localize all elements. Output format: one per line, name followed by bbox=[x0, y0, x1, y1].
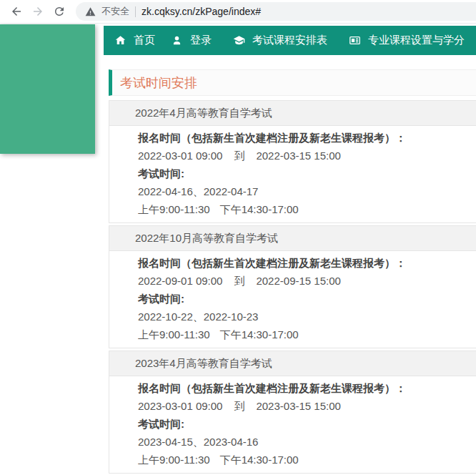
exam-dates: 2023-04-15、2023-04-16 bbox=[138, 433, 476, 451]
section-title: 2023年4月高等教育自学考试 bbox=[135, 357, 272, 371]
browser-toolbar: 不安全 zk.cqksy.cn/zkPage/index# bbox=[0, 0, 476, 24]
security-label: 不安全 bbox=[101, 5, 129, 18]
graduation-cap-icon bbox=[233, 34, 245, 46]
register-to: 2022-03-15 15:00 bbox=[256, 150, 340, 162]
section-body: 报名时间（包括新生首次建档注册及新老生课程报考）： 2022-09-01 09:… bbox=[109, 251, 476, 348]
register-from: 2022-03-01 09:00 bbox=[138, 150, 222, 162]
nav-item-home[interactable]: 首页 bbox=[106, 26, 163, 55]
exam-hours: 上午9:00-11:30下午14:30-17:00 bbox=[138, 200, 476, 218]
exam-section: 2022年4月高等教育自学考试 报名时间（包括新生首次建档注册及新老生课程报考）… bbox=[109, 100, 476, 223]
exam-section: 2022年10月高等教育自学考试 报名时间（包括新生首次建档注册及新老生课程报考… bbox=[109, 225, 476, 348]
afternoon-hours: 下午14:30-17:00 bbox=[220, 454, 299, 466]
morning-hours: 上午9:00-11:30 bbox=[138, 454, 210, 466]
green-banner-panel bbox=[0, 24, 95, 154]
page-title-box: 考试时间安排 bbox=[109, 69, 476, 96]
register-from: 2023-03-01 09:00 bbox=[138, 400, 222, 412]
home-icon bbox=[114, 34, 127, 46]
to-word: 到 bbox=[234, 400, 244, 412]
to-word: 到 bbox=[234, 150, 244, 162]
site-navbar: 首页 登录 考试课程安排表 bbox=[104, 26, 476, 55]
newspaper-icon bbox=[349, 34, 361, 46]
browser-forward-button[interactable] bbox=[27, 1, 49, 21]
user-icon bbox=[171, 34, 183, 46]
nav-item-label: 首页 bbox=[134, 34, 155, 47]
register-time-line: 2022-03-01 09:00到2022-03-15 15:00 bbox=[138, 147, 476, 165]
register-from: 2022-09-01 09:00 bbox=[138, 275, 222, 287]
section-header: 2022年10月高等教育自学考试 bbox=[109, 226, 476, 251]
afternoon-hours: 下午14:30-17:00 bbox=[220, 328, 299, 341]
register-label: 报名时间（包括新生首次建档注册及新老生课程报考）： bbox=[138, 254, 476, 272]
nav-item-label: 登录 bbox=[190, 34, 212, 47]
back-arrow-icon bbox=[10, 5, 23, 18]
page-title: 考试时间安排 bbox=[120, 74, 197, 92]
exam-section: 2023年4月高等教育自学考试 报名时间（包括新生首次建档注册及新老生课程报考）… bbox=[109, 351, 476, 474]
morning-hours: 上午9:00-11:30 bbox=[138, 203, 210, 215]
exam-dates: 2022-04-16、2022-04-17 bbox=[138, 182, 476, 200]
nav-item-login[interactable]: 登录 bbox=[163, 26, 219, 55]
register-time-line: 2023-03-01 09:00到2023-03-15 15:00 bbox=[138, 397, 476, 415]
url-text: zk.cqksy.cn/zkPage/index# bbox=[142, 6, 261, 17]
exam-dates: 2022-10-22、2022-10-23 bbox=[138, 308, 476, 325]
to-word: 到 bbox=[234, 275, 244, 287]
register-to: 2023-03-15 15:00 bbox=[256, 400, 340, 412]
browser-back-button[interactable] bbox=[6, 1, 27, 21]
register-label: 报名时间（包括新生首次建档注册及新老生课程报考）： bbox=[138, 129, 476, 147]
register-label: 报名时间（包括新生首次建档注册及新老生课程报考）： bbox=[138, 379, 476, 397]
section-body: 报名时间（包括新生首次建档注册及新老生课程报考）： 2022-03-01 09:… bbox=[109, 126, 476, 222]
security-warning-icon bbox=[85, 6, 96, 17]
register-to: 2022-09-15 15:00 bbox=[256, 275, 340, 287]
page-viewport: 首页 登录 考试课程安排表 bbox=[0, 24, 476, 475]
exam-time-label: 考试时间: bbox=[138, 415, 476, 433]
section-header: 2022年4月高等教育自学考试 bbox=[109, 101, 476, 126]
main-column: 首页 登录 考试课程安排表 bbox=[104, 24, 476, 475]
section-title: 2022年10月高等教育自学考试 bbox=[135, 232, 278, 245]
nav-item-label: 专业课程设置与学分 bbox=[368, 34, 465, 47]
reload-icon bbox=[53, 5, 66, 18]
exam-hours: 上午9:00-11:30下午14:30-17:00 bbox=[138, 451, 476, 469]
register-time-line: 2022-09-01 09:00到2022-09-15 15:00 bbox=[138, 272, 476, 290]
browser-reload-button[interactable] bbox=[49, 1, 70, 21]
section-header: 2023年4月高等教育自学考试 bbox=[109, 351, 476, 376]
morning-hours: 上午9:00-11:30 bbox=[138, 328, 210, 341]
address-bar[interactable]: 不安全 zk.cqksy.cn/zkPage/index# bbox=[76, 2, 476, 21]
exam-hours: 上午9:00-11:30下午14:30-17:00 bbox=[138, 325, 476, 343]
afternoon-hours: 下午14:30-17:00 bbox=[220, 203, 299, 215]
nav-item-exam-schedule[interactable]: 考试课程安排表 bbox=[225, 26, 335, 55]
exam-time-label: 考试时间: bbox=[138, 165, 476, 182]
url-separator bbox=[135, 6, 136, 17]
section-title: 2022年4月高等教育自学考试 bbox=[135, 107, 272, 120]
forward-arrow-icon bbox=[31, 5, 44, 18]
content-area: 考试时间安排 2022年4月高等教育自学考试 报名时间（包括新生首次建档注册及新… bbox=[104, 55, 476, 475]
exam-time-label: 考试时间: bbox=[138, 290, 476, 308]
nav-item-course-credits[interactable]: 专业课程设置与学分 bbox=[341, 26, 472, 55]
section-body: 报名时间（包括新生首次建档注册及新老生课程报考）： 2023-03-01 09:… bbox=[109, 376, 476, 473]
nav-item-label: 考试课程安排表 bbox=[252, 34, 327, 47]
